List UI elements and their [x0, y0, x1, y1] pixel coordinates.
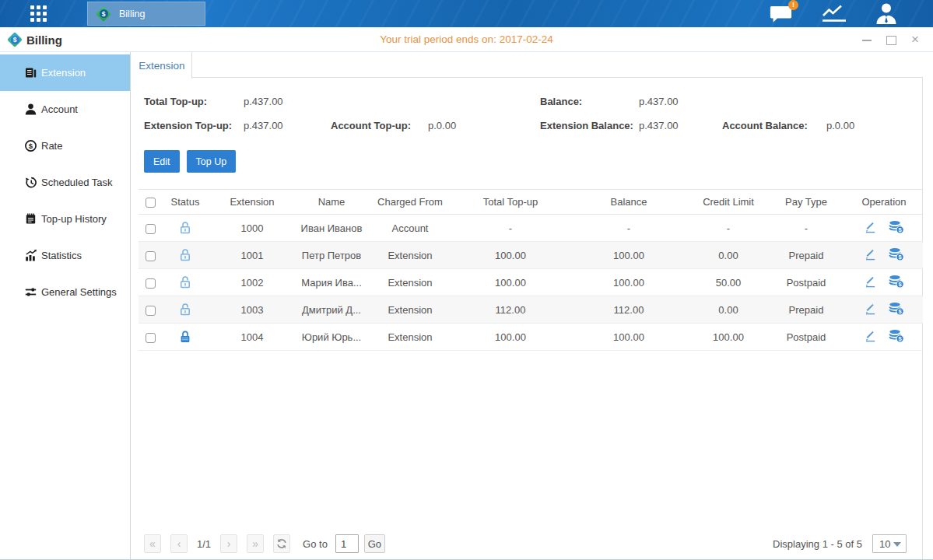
topbar-icons: ! [769, 0, 897, 27]
last-page-button[interactable]: » [247, 534, 264, 553]
app-grid-icon[interactable] [30, 5, 47, 22]
next-page-button[interactable]: › [220, 534, 237, 553]
row-checkbox[interactable] [146, 306, 156, 316]
row-checkbox[interactable] [146, 278, 156, 289]
page-size-select[interactable]: 10 [872, 534, 907, 553]
cell-credit-limit: 0.00 [689, 296, 767, 324]
topup-row-icon[interactable]: $ [889, 247, 904, 261]
summary-section: Total Top-up: p.437.00 Extension Top-up:… [139, 89, 922, 138]
pagination-bar: « ‹ 1/1 › » Go to Go Displaying 1 - 5 of… [144, 534, 922, 554]
user-icon[interactable] [875, 3, 897, 24]
locked-icon[interactable] [179, 330, 191, 344]
extension-topup-label: Extension Top-up: [144, 120, 244, 131]
taskbar-item-billing[interactable]: $ Billing [87, 2, 205, 26]
account-balance-value: p.0.00 [826, 120, 854, 131]
messages-icon[interactable]: ! [769, 5, 793, 23]
notification-badge: ! [788, 0, 798, 10]
col-total-topup: Total Top-up [453, 190, 568, 215]
unlocked-icon[interactable] [179, 275, 191, 289]
sidebar-item-label: Account [41, 103, 78, 115]
cell-pay-type: Prepaid [767, 242, 845, 269]
billing-app-icon: $ [95, 5, 112, 23]
unlocked-icon[interactable] [179, 248, 191, 262]
col-status: Status [162, 190, 209, 215]
cell-total-topup: 100.00 [453, 324, 568, 351]
cell-balance: - [568, 215, 689, 242]
cell-pay-type: Postpaid [767, 269, 845, 296]
topup-row-icon[interactable]: $ [889, 220, 904, 234]
general-settings-icon [24, 285, 37, 299]
sidebar-item-account[interactable]: Account [0, 91, 130, 128]
edit-row-icon[interactable] [864, 220, 877, 233]
cell-balance: 100.00 [568, 324, 689, 351]
cell-total-topup: 100.00 [453, 269, 568, 296]
goto-page-input[interactable] [335, 534, 359, 553]
sidebar-item-extension[interactable]: Extension [0, 54, 130, 91]
prev-page-button[interactable]: ‹ [170, 534, 188, 553]
refresh-button[interactable] [273, 534, 290, 553]
table-row: 1002Мария Ива...Extension100.00100.0050.… [139, 269, 923, 296]
scheduled-task-icon [24, 176, 37, 189]
cell-credit-limit: - [689, 215, 767, 242]
unlocked-icon[interactable] [179, 221, 191, 235]
goto-label: Go to [303, 538, 328, 550]
sidebar-item-label: Top-up History [41, 213, 107, 225]
sidebar-item-rate[interactable]: $Rate [0, 128, 130, 164]
balance-label: Balance: [540, 96, 639, 107]
total-topup-value: p.437.00 [244, 96, 456, 107]
account-topup-value: p.0.00 [428, 120, 456, 131]
cell-credit-limit: 0.00 [689, 242, 767, 269]
row-checkbox[interactable] [146, 224, 156, 234]
row-checkbox[interactable] [146, 251, 156, 261]
first-page-button[interactable]: « [144, 534, 161, 553]
topup-row-icon[interactable]: $ [889, 329, 904, 343]
edit-row-icon[interactable] [864, 247, 877, 261]
cell-name: Петр Петров [296, 242, 367, 269]
sidebar-item-statistics[interactable]: Statistics [0, 237, 130, 274]
cell-balance: 100.00 [568, 269, 689, 296]
tab-strip: Extension [132, 52, 923, 78]
unlocked-icon[interactable] [179, 303, 191, 317]
taskbar-item-label: Billing [119, 9, 145, 19]
sidebar-item-label: General Settings [41, 286, 117, 298]
statistics-icon [24, 249, 37, 262]
cell-extension: 1002 [209, 269, 296, 296]
edit-button[interactable]: Edit [144, 150, 180, 173]
tab-extension[interactable]: Extension [132, 52, 192, 79]
svg-text:$: $ [29, 142, 33, 150]
row-checkbox[interactable] [146, 333, 156, 343]
account-icon [24, 103, 37, 116]
topup-history-icon [24, 212, 37, 226]
sidebar-item-top-up-history[interactable]: Top-up History [0, 201, 130, 237]
table-row: 1000Иван ИвановAccount----$ [139, 215, 923, 242]
sidebar-item-general-settings[interactable]: General Settings [0, 274, 130, 310]
col-pay-type: Pay Type [767, 190, 845, 215]
sidebar-item-scheduled-task[interactable]: Scheduled Task [0, 164, 130, 201]
select-all-checkbox[interactable] [146, 198, 156, 208]
edit-row-icon[interactable] [864, 302, 877, 315]
topup-button[interactable]: Top Up [187, 150, 237, 173]
cell-extension: 1001 [209, 242, 296, 269]
cell-extension: 1000 [209, 215, 296, 242]
maximize-button[interactable] [886, 34, 896, 45]
statistics-chart-icon[interactable] [821, 4, 847, 23]
trial-notice: Your trial period ends on: 2017-02-24 [0, 33, 933, 45]
cell-total-topup: - [453, 215, 568, 242]
go-button[interactable]: Go [364, 534, 385, 553]
close-button[interactable]: × [910, 34, 921, 45]
extension-icon [24, 66, 37, 79]
edit-row-icon[interactable] [864, 275, 877, 288]
cell-name: Дмитрий Д... [296, 296, 367, 324]
edit-row-icon[interactable] [864, 329, 877, 342]
sidebar: ExtensionAccount$RateScheduled TaskTop-u… [0, 52, 131, 559]
topup-row-icon[interactable]: $ [889, 275, 904, 289]
topup-row-icon[interactable]: $ [889, 302, 904, 316]
extension-topup-value: p.437.00 [244, 120, 331, 131]
window-titlebar: $ Billing Your trial period ends on: 201… [0, 27, 933, 52]
extension-balance-label: Extension Balance: [540, 120, 639, 131]
total-topup-label: Total Top-up: [144, 96, 244, 107]
displaying-text: Displaying 1 - 5 of 5 [773, 538, 862, 550]
page-size-value: 10 [879, 538, 890, 550]
minimize-button[interactable] [861, 34, 872, 45]
cell-charged-from: Extension [367, 242, 453, 269]
